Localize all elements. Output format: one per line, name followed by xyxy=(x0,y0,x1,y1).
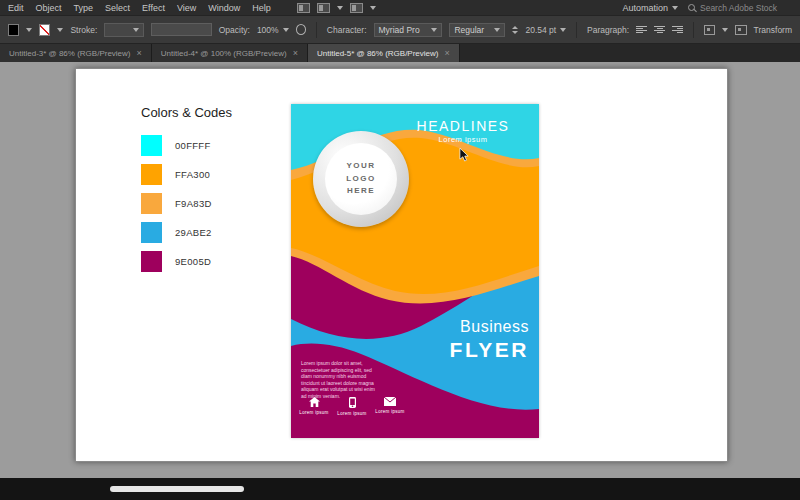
swatch-row: 9E005D xyxy=(141,251,211,272)
chevron-down-icon[interactable] xyxy=(722,28,728,32)
chevron-down-icon xyxy=(672,6,678,10)
menu-type[interactable]: Type xyxy=(74,3,94,13)
footer-label: Lorem ipsum xyxy=(299,410,328,415)
transform-label[interactable]: Transform xyxy=(754,25,792,35)
workspace-switcher[interactable]: Automation xyxy=(622,3,678,13)
workspace-icons xyxy=(297,3,376,13)
artboard[interactable]: Colors & Codes 00FFFF FFA300 F9A83D 29AB… xyxy=(75,68,728,462)
logo-placeholder[interactable]: YOUR LOGO HERE xyxy=(313,131,409,227)
logo-inner-circle: YOUR LOGO HERE xyxy=(325,143,397,215)
divider xyxy=(316,22,317,38)
chevron-down-icon xyxy=(283,28,289,32)
stroke-weight-dropdown[interactable] xyxy=(104,23,143,37)
color-code-label[interactable]: F9A83D xyxy=(175,198,212,209)
font-style-dropdown[interactable]: Regular xyxy=(449,23,505,37)
tab-untitled-4[interactable]: Untitled-4* @ 100% (RGB/Preview) × xyxy=(152,44,308,62)
color-swatch-light-orange[interactable] xyxy=(141,193,162,214)
chevron-down-icon[interactable] xyxy=(57,28,63,32)
chevron-down-icon[interactable] xyxy=(337,6,343,10)
phone-icon xyxy=(349,397,356,408)
align-panel-icon[interactable] xyxy=(704,25,715,35)
close-icon[interactable]: × xyxy=(293,49,298,58)
close-icon[interactable]: × xyxy=(444,49,449,58)
chevron-down-icon[interactable] xyxy=(370,6,376,10)
swatch-row: F9A83D xyxy=(141,193,212,214)
color-swatch-blue[interactable] xyxy=(141,222,162,243)
color-code-label[interactable]: 29ABE2 xyxy=(175,227,212,238)
brush-definition-box[interactable] xyxy=(151,23,212,36)
tab-label: Untitled-4* @ 100% (RGB/Preview) xyxy=(161,49,287,58)
tab-untitled-3[interactable]: Untitled-3* @ 86% (RGB/Preview) × xyxy=(0,44,152,62)
palette-title[interactable]: Colors & Codes xyxy=(141,105,232,120)
flyer-artwork[interactable]: HEADLINES Lorem ipsum YOUR LOGO HERE Bus… xyxy=(291,104,539,438)
arrange-documents-icon[interactable] xyxy=(317,3,330,13)
chevron-down-icon[interactable] xyxy=(26,28,32,32)
color-code-label[interactable]: FFA300 xyxy=(175,169,210,180)
home-icon xyxy=(309,397,320,407)
logo-text-line1: YOUR xyxy=(346,160,375,172)
swatch-row: 00FFFF xyxy=(141,135,211,156)
mail-icon xyxy=(384,397,396,406)
menu-view[interactable]: View xyxy=(177,3,196,13)
cursor-icon xyxy=(459,148,470,163)
flyer-title-line1: Business xyxy=(450,318,529,336)
font-family-dropdown[interactable]: Myriad Pro xyxy=(374,23,443,37)
paragraph-label: Paragraph: xyxy=(587,25,629,35)
tab-label: Untitled-3* @ 86% (RGB/Preview) xyxy=(9,49,131,58)
menu-window[interactable]: Window xyxy=(208,3,240,13)
chevron-down-icon xyxy=(133,28,139,32)
opacity-dropdown[interactable]: 100% xyxy=(257,25,289,35)
opacity-label: Opacity: xyxy=(219,25,250,35)
color-swatch-cyan[interactable] xyxy=(141,135,162,156)
footer-label: Lorem ipsum xyxy=(337,411,366,416)
font-size-value: 20.54 pt xyxy=(525,25,556,35)
font-size-stepper[interactable] xyxy=(512,26,518,34)
menu-select[interactable]: Select xyxy=(105,3,130,13)
search-input[interactable] xyxy=(700,3,792,13)
swatch-row: FFA300 xyxy=(141,164,210,185)
menu-help[interactable]: Help xyxy=(252,3,271,13)
color-swatch-magenta[interactable] xyxy=(141,251,162,272)
color-swatch-orange[interactable] xyxy=(141,164,162,185)
style-icon[interactable] xyxy=(296,24,306,35)
fill-color-swatch[interactable] xyxy=(8,24,19,36)
flyer-footer: Lorem ipsum Lorem ipsum xyxy=(301,397,403,416)
footer-label: Lorem ipsum xyxy=(375,409,404,414)
menu-object[interactable]: Object xyxy=(36,3,62,13)
menu-effect[interactable]: Effect xyxy=(142,3,165,13)
align-right-icon[interactable] xyxy=(672,25,683,35)
menu-edit[interactable]: Edit xyxy=(8,3,24,13)
transform-panel-icon[interactable] xyxy=(735,25,746,35)
share-screen-icon[interactable] xyxy=(350,3,363,13)
footer-item-mail[interactable]: Lorem ipsum xyxy=(377,397,403,416)
flyer-headline-block[interactable]: HEADLINES Lorem ipsum xyxy=(395,118,531,144)
document-tab-bar: Untitled-3* @ 86% (RGB/Preview) × Untitl… xyxy=(0,44,800,62)
canvas-pasteboard[interactable]: Colors & Codes 00FFFF FFA300 F9A83D 29AB… xyxy=(0,62,800,478)
tab-untitled-5[interactable]: Untitled-5* @ 86% (RGB/Preview) × xyxy=(308,44,460,62)
flyer-title-block[interactable]: Business FLYER xyxy=(450,318,529,362)
footer-item-phone[interactable]: Lorem ipsum xyxy=(339,397,365,416)
color-code-label[interactable]: 00FFFF xyxy=(175,140,211,151)
flyer-body-text[interactable]: Lorem ipsum dolor sit amet, consectetuer… xyxy=(301,360,381,400)
tab-label: Untitled-5* @ 86% (RGB/Preview) xyxy=(317,49,439,58)
color-code-label[interactable]: 9E005D xyxy=(175,256,211,267)
align-left-icon[interactable] xyxy=(636,25,647,35)
document-layout-icon[interactable] xyxy=(297,3,310,13)
stroke-label: Stroke: xyxy=(70,25,97,35)
close-icon[interactable]: × xyxy=(137,49,142,58)
chevron-down-icon xyxy=(494,28,500,32)
stroke-color-swatch[interactable] xyxy=(39,24,50,36)
control-bar: Stroke: Opacity: 100% Character: Myriad … xyxy=(0,16,800,44)
logo-text-line2: LOGO xyxy=(346,173,376,185)
stock-search xyxy=(688,3,792,13)
font-size-dropdown[interactable]: 20.54 pt xyxy=(525,25,566,35)
menu-bar: Edit Object Type Select Effect View Wind… xyxy=(0,0,800,16)
divider xyxy=(693,22,694,38)
search-icon xyxy=(688,4,695,11)
step-up-icon xyxy=(512,26,518,29)
subheadline-text: Lorem ipsum xyxy=(395,135,531,144)
font-family-value: Myriad Pro xyxy=(379,25,420,35)
footer-item-home[interactable]: Lorem ipsum xyxy=(301,397,327,416)
horizontal-scrollbar-thumb[interactable] xyxy=(110,486,244,492)
align-center-icon[interactable] xyxy=(654,25,665,35)
